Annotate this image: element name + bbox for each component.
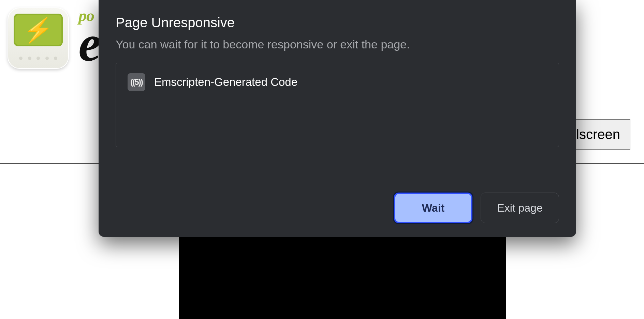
brand-title: e [78,25,99,62]
lightning-icon: ⚡ [22,16,55,44]
brand-text: po e [78,6,99,62]
app-logo: ⚡ [8,7,69,69]
app-logo-dots [19,57,57,60]
unresponsive-tab-item: ((5)) Emscripten-Generated Code [128,73,547,91]
app-logo-top: ⚡ [14,14,63,46]
tab-favicon-icon: ((5)) [128,73,145,91]
exit-page-button[interactable]: Exit page [481,193,559,223]
dialog-button-row: Wait Exit page [116,180,559,223]
dialog-title: Page Unresponsive [116,15,559,30]
wait-button[interactable]: Wait [394,193,472,223]
unresponsive-tabs-list: ((5)) Emscripten-Generated Code [116,63,559,147]
dialog-subtitle: You can wait for it to become responsive… [116,38,559,51]
page-unresponsive-dialog: Page Unresponsive You can wait for it to… [99,0,576,237]
tab-name: Emscripten-Generated Code [154,76,297,89]
